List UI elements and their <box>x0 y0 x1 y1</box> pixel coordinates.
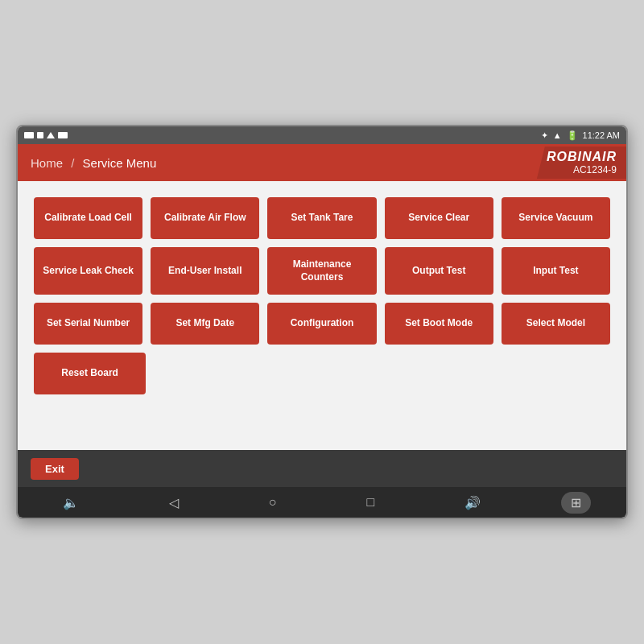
wifi-icon: ▲ <box>553 130 562 140</box>
exit-button[interactable]: Exit <box>31 458 79 480</box>
service-vacuum-button[interactable]: Service Vacuum <box>502 197 610 239</box>
end-user-install-button[interactable]: End-User Install <box>151 247 259 295</box>
brand-name: ROBINAIR <box>547 150 617 164</box>
header: Home / Service Menu ROBINAIR AC1234-9 <box>18 144 626 181</box>
configuration-button[interactable]: Configuration <box>267 303 376 345</box>
bluetooth-icon: ✦ <box>541 130 548 141</box>
nav-volume-down-icon[interactable]: 🔈 <box>53 492 89 514</box>
time-display: 11:22 AM <box>583 130 620 140</box>
status-bar: ✦ ▲ 🔋 11:22 AM <box>18 126 626 144</box>
breadcrumb-separator: / <box>71 156 74 170</box>
footer-toolbar: Exit <box>18 450 626 487</box>
set-mfg-date-button[interactable]: Set Mfg Date <box>151 303 259 345</box>
input-test-button[interactable]: Input Test <box>502 247 610 295</box>
reset-board-button[interactable]: Reset Board <box>34 353 146 394</box>
tablet-frame: ✦ ▲ 🔋 11:22 AM Home / Service Menu ROBIN… <box>16 125 628 519</box>
nav-home-icon[interactable]: ○ <box>259 492 287 513</box>
breadcrumb-home[interactable]: Home <box>31 156 63 170</box>
select-model-button[interactable]: Select Model <box>502 303 610 345</box>
status-icon-battery-small <box>58 132 68 138</box>
main-content: Calibrate Load Cell Calibrate Air Flow S… <box>18 181 626 450</box>
calibrate-air-flow-button[interactable]: Calibrate Air Flow <box>151 197 259 239</box>
service-clear-button[interactable]: Service Clear <box>385 197 493 239</box>
nav-volume-up-icon[interactable]: 🔊 <box>455 492 490 514</box>
brand-model: AC1234-9 <box>573 164 617 175</box>
maintenance-counters-button[interactable]: Maintenance Counters <box>267 247 376 295</box>
bottom-row: Reset Board <box>34 353 610 394</box>
status-bar-left <box>24 132 68 138</box>
calibrate-load-cell-button[interactable]: Calibrate Load Cell <box>34 197 142 239</box>
nav-back-icon[interactable]: ◁ <box>159 492 188 514</box>
set-tank-tare-button[interactable]: Set Tank Tare <box>267 197 376 239</box>
status-icon-2 <box>37 132 43 138</box>
battery-icon: 🔋 <box>567 130 578 141</box>
status-icon-1 <box>24 132 34 138</box>
status-icon-sync <box>47 132 55 138</box>
output-test-button[interactable]: Output Test <box>385 247 493 295</box>
set-boot-mode-button[interactable]: Set Boot Mode <box>385 303 493 345</box>
breadcrumb-current: Service Menu <box>83 156 157 170</box>
service-leak-check-button[interactable]: Service Leak Check <box>34 247 142 295</box>
brand-section: ROBINAIR AC1234-9 <box>537 147 626 179</box>
status-bar-right: ✦ ▲ 🔋 11:22 AM <box>541 130 620 141</box>
nav-active-icon[interactable]: ⊞ <box>561 492 591 514</box>
button-grid: Calibrate Load Cell Calibrate Air Flow S… <box>34 197 610 345</box>
nav-bar: 🔈 ◁ ○ □ 🔊 ⊞ <box>18 487 626 518</box>
breadcrumb: Home / Service Menu <box>31 156 156 170</box>
nav-recents-icon[interactable]: □ <box>357 492 384 513</box>
set-serial-number-button[interactable]: Set Serial Number <box>34 303 142 345</box>
